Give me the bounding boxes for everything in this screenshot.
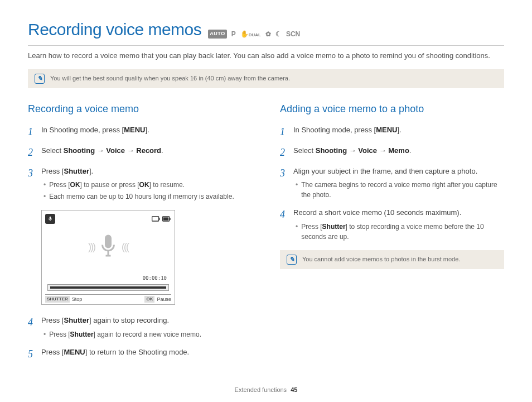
step-number: 4 [280, 207, 288, 243]
right-heading: Adding a voice memo to a photo [280, 102, 504, 117]
top-note: ✎ You will get the best sound quality wh… [28, 69, 504, 88]
left-step-5: 5 Press [MENU] to return to the Shooting… [28, 347, 252, 362]
title-divider [28, 45, 504, 46]
progress-bar [47, 284, 169, 291]
sound-wave-right-icon: ((( [122, 240, 128, 255]
page-footer: Extended functions 45 [0, 385, 532, 395]
note-icon: ✎ [287, 255, 297, 265]
microphone-icon [98, 233, 118, 262]
mode-p-icon: P [231, 29, 236, 39]
step-number: 1 [28, 125, 36, 140]
mode-scn-icon: SCN [286, 29, 300, 39]
page-title: Recording voice memos [28, 17, 201, 42]
right-column: Adding a voice memo to a photo 1 In Shoo… [280, 102, 504, 367]
step-text: Press [Shutter]. •Press [OK] to pause or… [41, 166, 252, 204]
note-text: You will get the best sound quality when… [50, 74, 290, 83]
svg-rect-0 [152, 217, 159, 221]
step-text: In Shooting mode, press [MENU]. [41, 125, 252, 140]
left-heading: Recording a voice memo [28, 102, 252, 117]
sound-wave-left-icon: ))) [88, 240, 95, 255]
svg-rect-1 [159, 218, 159, 220]
left-step-3: 3 Press [Shutter]. •Press [OK] to pause … [28, 166, 252, 204]
step-number: 1 [280, 125, 288, 140]
step-text: Select Shooting → Voice → Memo. [293, 145, 504, 160]
ok-tag: OK [144, 296, 154, 303]
footer-section: Extended functions [235, 386, 287, 393]
elapsed-time: 00:00:10 [143, 275, 167, 283]
battery-icons [152, 216, 171, 222]
right-step-3: 3 Align your subject in the frame, and t… [280, 166, 504, 202]
step-number: 2 [280, 145, 288, 160]
step-number: 5 [28, 347, 36, 362]
left-step-2: 2 Select Shooting → Voice → Record. [28, 145, 252, 160]
mode-strip: AUTO P ✋DUAL ✿ ☾ SCN [208, 29, 300, 39]
mode-night-icon: ☾ [275, 29, 282, 39]
shutter-tag: SHUTTER [45, 296, 70, 303]
right-note: ✎ You cannot add voice memos to photos i… [280, 250, 504, 269]
left-column: Recording a voice memo 1 In Shooting mod… [28, 102, 252, 367]
right-step-2: 2 Select Shooting → Voice → Memo. [280, 145, 504, 160]
left-step-4: 4 Press [Shutter] again to stop recordin… [28, 315, 252, 341]
right-step-4: 4 Record a short voice memo (10 seconds … [280, 207, 504, 243]
step-text: Press [Shutter] again to stop recording.… [41, 315, 252, 341]
note-text: You cannot add voice memos to photos in … [302, 255, 460, 264]
step-number: 3 [280, 166, 288, 202]
mic-icon [45, 214, 55, 224]
mode-beauty-icon: ✿ [265, 29, 271, 39]
step-text: Press [MENU] to return to the Shooting m… [41, 347, 252, 362]
step-text: Select Shooting → Voice → Record. [41, 145, 252, 160]
step-text: Record a short voice memo (10 seconds ma… [293, 207, 504, 243]
svg-rect-4 [170, 218, 170, 220]
step-text: In Shooting mode, press [MENU]. [293, 125, 504, 140]
step-text: Align your subject in the frame, and the… [293, 166, 504, 202]
right-step-1: 1 In Shooting mode, press [MENU]. [280, 125, 504, 140]
camera-screen-mock: ))) ((( 00:00:10 SHUTTER Stop OK Pause [41, 210, 175, 305]
page-number: 45 [291, 386, 297, 393]
step-number: 4 [28, 315, 36, 341]
step-number: 2 [28, 145, 36, 160]
svg-rect-3 [163, 217, 168, 220]
note-icon: ✎ [35, 74, 45, 84]
mode-auto-icon: AUTO [208, 30, 226, 39]
step-number: 3 [28, 166, 36, 204]
stop-label: Stop [72, 296, 83, 304]
mode-dual-icon: ✋DUAL [240, 29, 261, 39]
pause-label: Pause [157, 296, 171, 304]
left-step-1: 1 In Shooting mode, press [MENU]. [28, 125, 252, 140]
intro-text: Learn how to record a voice memo that yo… [28, 50, 504, 61]
